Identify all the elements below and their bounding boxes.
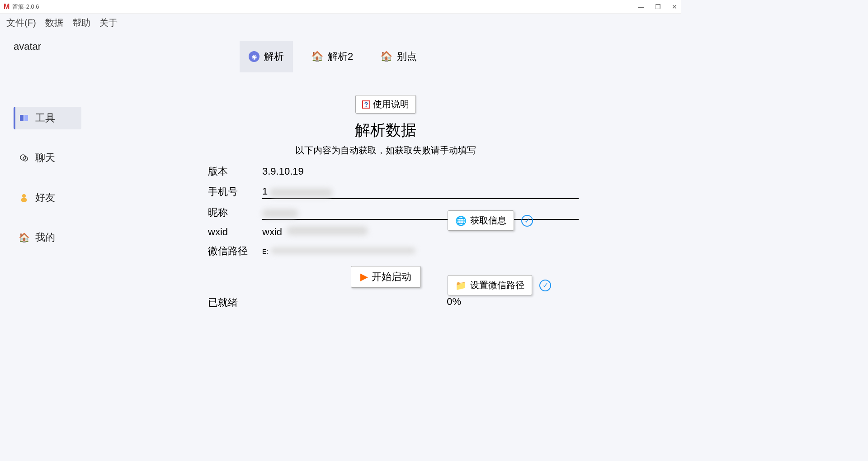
sidebar-item-label: 工具 [35, 111, 55, 125]
house-icon: 🏠 [311, 51, 323, 62]
close-button[interactable]: ✕ [672, 3, 677, 10]
tab-label: 解析 [264, 50, 284, 63]
menu-file[interactable]: 文件(F) [6, 17, 36, 29]
avatar-placeholder: avatar [14, 41, 90, 52]
status-row: 已就绪 0% [208, 296, 461, 309]
titlebar: M 留痕-2.0.6 — ❐ ✕ [0, 0, 681, 14]
sidebar-item-tools[interactable]: 工具 [14, 107, 81, 129]
sidebar-item-friends[interactable]: 好友 [14, 186, 81, 209]
play-icon: ▶ [360, 271, 368, 283]
version-label: 版本 [208, 165, 262, 178]
window-title: 留痕-2.0.6 [12, 3, 39, 11]
redacted [287, 226, 368, 235]
fingerprint-icon: 🌐 [455, 215, 467, 226]
status-ready: 已就绪 [208, 296, 238, 309]
svg-rect-1 [24, 115, 28, 121]
camera-icon: ◉ [249, 51, 259, 62]
page-title: 解析数据 [355, 120, 416, 141]
get-info-button[interactable]: 🌐 获取信息 [448, 210, 514, 231]
page-subtitle: 以下内容为自动获取，如获取失败请手动填写 [295, 144, 476, 157]
tab-label: 解析2 [328, 50, 353, 63]
version-value: 3.9.10.19 [262, 166, 579, 177]
row-phone: 手机号 1 [208, 185, 579, 199]
redacted [262, 209, 298, 218]
svg-rect-5 [21, 198, 27, 202]
phone-input[interactable]: 1 [262, 185, 579, 199]
start-button[interactable]: ▶ 开始启动 [351, 266, 421, 288]
house-icon: 🏠 [19, 233, 29, 242]
wxid-label: wxid [208, 226, 262, 238]
set-path-label: 设置微信路径 [470, 279, 524, 291]
tab-parse[interactable]: ◉ 解析 [240, 41, 293, 72]
menu-help[interactable]: 帮助 [72, 17, 90, 29]
sidebar-item-chat[interactable]: 聊天 [14, 147, 81, 169]
set-path-button[interactable]: 📁 设置微信路径 [448, 275, 532, 295]
path-value: E: [262, 247, 579, 255]
chat-icon [19, 153, 29, 163]
question-icon: ? [362, 100, 370, 109]
redacted [269, 188, 333, 197]
window-controls: — ❐ ✕ [638, 3, 677, 10]
house-icon: 🏠 [380, 51, 392, 62]
menu-about[interactable]: 关于 [99, 17, 118, 29]
sidebar-item-mine[interactable]: 🏠 我的 [14, 226, 81, 249]
help-button-label: 使用说明 [373, 98, 409, 110]
minimize-button[interactable]: — [638, 3, 644, 10]
svg-point-4 [22, 194, 26, 198]
main-content: ◉ 解析 🏠 解析2 🏠 别点 ? 使用说明 解析数据 以下内容为自动获取，如获… [90, 32, 681, 354]
tab-label: 别点 [397, 50, 417, 63]
phone-label: 手机号 [208, 185, 262, 199]
tab-dont-click[interactable]: 🏠 别点 [371, 41, 426, 72]
tab-parse2[interactable]: 🏠 解析2 [302, 41, 362, 72]
person-icon [19, 193, 29, 203]
maximize-button[interactable]: ❐ [655, 3, 661, 10]
redacted [271, 247, 415, 254]
get-info-label: 获取信息 [470, 214, 506, 227]
sidebar-item-label: 聊天 [35, 151, 55, 165]
start-label: 开始启动 [372, 270, 411, 284]
sidebar: avatar 工具 聊天 好友 🏠 我的 [0, 32, 90, 354]
svg-rect-0 [20, 115, 24, 121]
check-icon: ✓ [521, 215, 533, 227]
check-icon: ✓ [539, 280, 551, 291]
sidebar-item-label: 我的 [35, 231, 55, 244]
row-path: 微信路径 E: [208, 244, 579, 258]
status-progress: 0% [447, 296, 461, 309]
path-label: 微信路径 [208, 244, 262, 258]
nick-label: 昵称 [208, 206, 262, 219]
app-logo: M [4, 3, 9, 11]
folder-icon: 📁 [455, 280, 467, 291]
sidebar-item-label: 好友 [35, 191, 55, 204]
row-version: 版本 3.9.10.19 [208, 165, 579, 178]
menu-data[interactable]: 数据 [45, 17, 63, 29]
menubar: 文件(F) 数据 帮助 关于 [0, 14, 681, 32]
tools-icon [19, 113, 29, 123]
help-button[interactable]: ? 使用说明 [355, 95, 416, 114]
tabs: ◉ 解析 🏠 解析2 🏠 别点 [240, 41, 663, 72]
